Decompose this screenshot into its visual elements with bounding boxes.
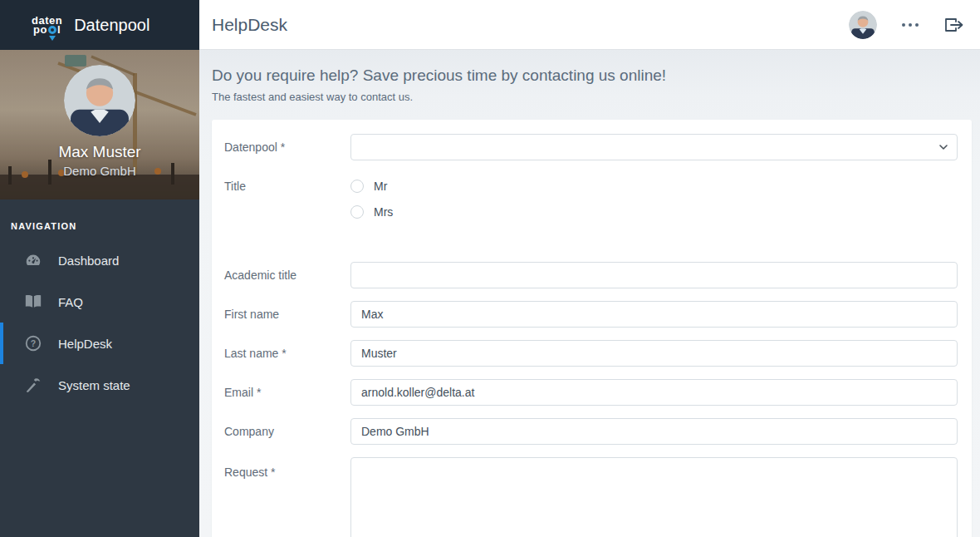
form-row-request: Request * bbox=[224, 457, 958, 537]
form-row-datenpool: Datenpool * bbox=[224, 134, 958, 160]
sidebar-item-helpdesk[interactable]: ? HelpDesk bbox=[0, 323, 199, 364]
logout-icon[interactable] bbox=[943, 15, 965, 35]
sidebar-item-system-state[interactable]: System state bbox=[0, 364, 199, 406]
sidebar-item-label: System state bbox=[58, 378, 130, 392]
request-textarea[interactable] bbox=[350, 457, 958, 537]
app-name: Datenpool bbox=[74, 16, 149, 35]
request-label: Request * bbox=[224, 457, 350, 479]
logo-text-bottom-pre: po bbox=[33, 25, 47, 34]
radio-mrs-label[interactable]: Mrs bbox=[374, 205, 393, 219]
datenpool-label: Datenpool * bbox=[224, 140, 350, 154]
profile-name: Max Muster bbox=[0, 143, 199, 161]
datenpool-select[interactable] bbox=[350, 134, 958, 160]
help-headline: Do you require help? Save precious time … bbox=[212, 67, 972, 85]
academic-title-label: Academic title bbox=[224, 268, 350, 282]
form-row-academic-title: Academic title bbox=[224, 262, 958, 288]
helpdesk-form-card: Datenpool * Title Mr Mrs bbox=[212, 120, 972, 537]
book-icon bbox=[23, 292, 43, 312]
sidebar: daten pol Datenpool bbox=[0, 0, 199, 537]
profile-section: Max Muster Demo GmbH bbox=[0, 50, 199, 200]
radio-mr[interactable] bbox=[350, 180, 364, 193]
sidebar-item-label: HelpDesk bbox=[58, 337, 112, 351]
sidebar-item-label: FAQ bbox=[58, 295, 83, 309]
more-options-icon[interactable] bbox=[900, 18, 920, 32]
page-title: HelpDesk bbox=[212, 15, 287, 35]
email-label: Email * bbox=[224, 386, 350, 399]
company-input[interactable] bbox=[350, 418, 958, 445]
profile-avatar bbox=[64, 65, 135, 136]
radio-mrs[interactable] bbox=[350, 205, 364, 219]
form-row-company: Company bbox=[224, 418, 958, 445]
content-area: Do you require help? Save precious time … bbox=[199, 50, 980, 537]
dashboard-gauge-icon bbox=[23, 250, 43, 270]
brand-header: daten pol Datenpool bbox=[0, 0, 199, 50]
map-pin-icon bbox=[48, 26, 56, 34]
first-name-input[interactable] bbox=[350, 301, 958, 328]
nav-section-label: NAVIGATION bbox=[0, 200, 199, 239]
top-header: HelpDesk bbox=[199, 0, 980, 50]
academic-title-input[interactable] bbox=[350, 262, 958, 288]
svg-text:?: ? bbox=[31, 338, 36, 348]
user-avatar-button[interactable] bbox=[849, 11, 877, 39]
radio-mr-label[interactable]: Mr bbox=[374, 180, 387, 193]
help-subheadline: The fastest and easiest way to contact u… bbox=[212, 91, 972, 103]
last-name-input[interactable] bbox=[350, 340, 958, 367]
profile-company: Demo GmbH bbox=[0, 164, 199, 178]
hammer-icon bbox=[23, 375, 43, 395]
first-name-label: First name bbox=[224, 308, 350, 321]
form-row-first-name: First name bbox=[224, 301, 958, 328]
form-row-email: Email * bbox=[224, 379, 958, 406]
company-label: Company bbox=[224, 425, 350, 438]
sidebar-item-label: Dashboard bbox=[58, 254, 119, 268]
form-row-title: Title Mr Mrs bbox=[224, 173, 958, 242]
sidebar-item-dashboard[interactable]: Dashboard bbox=[0, 239, 199, 281]
logo-text-bottom-post: l bbox=[57, 25, 61, 34]
last-name-label: Last name * bbox=[224, 347, 350, 360]
email-input[interactable] bbox=[350, 379, 958, 406]
main-area: HelpDesk Do you requir bbox=[199, 0, 980, 537]
sidebar-item-faq[interactable]: FAQ bbox=[0, 281, 199, 323]
form-row-last-name: Last name * bbox=[224, 340, 958, 367]
title-label: Title bbox=[224, 173, 350, 193]
question-circle-icon: ? bbox=[23, 333, 43, 353]
datenpool-logo-icon: daten pol bbox=[32, 16, 62, 34]
